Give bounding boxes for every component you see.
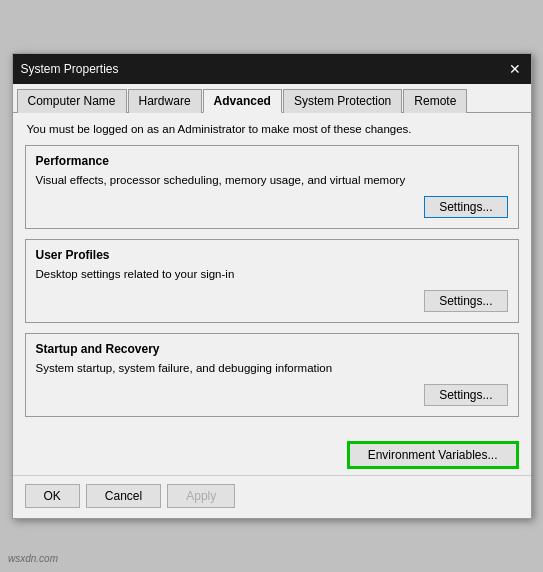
performance-settings-button[interactable]: Settings... bbox=[424, 196, 507, 218]
tab-computer-name[interactable]: Computer Name bbox=[17, 89, 127, 113]
user-profiles-settings-button[interactable]: Settings... bbox=[424, 290, 507, 312]
footer-buttons: OK Cancel Apply bbox=[25, 484, 236, 508]
tab-bar: Computer Name Hardware Advanced System P… bbox=[13, 84, 531, 113]
user-profiles-title: User Profiles bbox=[36, 248, 508, 262]
system-properties-window: System Properties ✕ Computer Name Hardwa… bbox=[12, 53, 532, 519]
user-profiles-desc: Desktop settings related to your sign-in bbox=[36, 268, 508, 280]
environment-variables-button[interactable]: Environment Variables... bbox=[347, 441, 519, 469]
title-bar: System Properties ✕ bbox=[13, 54, 531, 84]
window-title: System Properties bbox=[21, 62, 119, 76]
env-vars-row: Environment Variables... bbox=[13, 437, 531, 475]
startup-recovery-title: Startup and Recovery bbox=[36, 342, 508, 356]
startup-recovery-desc: System startup, system failure, and debu… bbox=[36, 362, 508, 374]
performance-desc: Visual effects, processor scheduling, me… bbox=[36, 174, 508, 186]
footer: wsxdn.com OK Cancel Apply bbox=[13, 475, 531, 518]
performance-section: Performance Visual effects, processor sc… bbox=[25, 145, 519, 229]
close-button[interactable]: ✕ bbox=[507, 62, 523, 76]
tab-remote[interactable]: Remote bbox=[403, 89, 467, 113]
performance-title: Performance bbox=[36, 154, 508, 168]
user-profiles-section: User Profiles Desktop settings related t… bbox=[25, 239, 519, 323]
tab-hardware[interactable]: Hardware bbox=[128, 89, 202, 113]
tab-advanced[interactable]: Advanced bbox=[203, 89, 282, 113]
tab-system-protection[interactable]: System Protection bbox=[283, 89, 402, 113]
cancel-button[interactable]: Cancel bbox=[86, 484, 161, 508]
watermark: wsxdn.com bbox=[8, 553, 58, 564]
apply-button[interactable]: Apply bbox=[167, 484, 235, 508]
startup-recovery-settings-button[interactable]: Settings... bbox=[424, 384, 507, 406]
startup-recovery-section: Startup and Recovery System startup, sys… bbox=[25, 333, 519, 417]
ok-button[interactable]: OK bbox=[25, 484, 80, 508]
main-content: You must be logged on as an Administrato… bbox=[13, 113, 531, 437]
notice-text: You must be logged on as an Administrato… bbox=[25, 123, 519, 135]
